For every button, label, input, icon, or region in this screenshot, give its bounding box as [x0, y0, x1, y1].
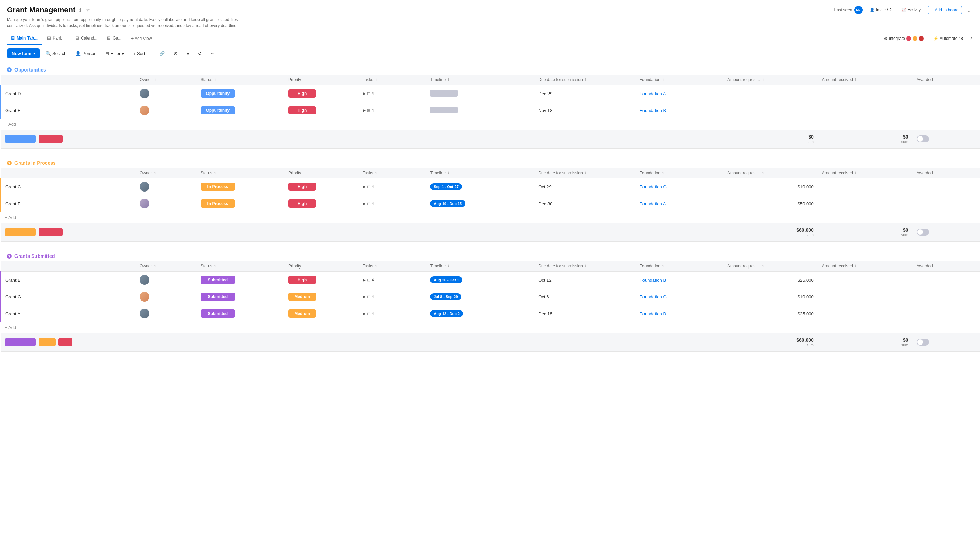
- user-avatar: NZ: [854, 6, 863, 14]
- link-tool-button[interactable]: 🔗: [156, 49, 168, 58]
- edit-tool-button[interactable]: ✏: [207, 49, 218, 58]
- filter-button[interactable]: ⊟ Filter ▾: [102, 49, 128, 58]
- grants-in-process-add-row[interactable]: + Add: [1, 212, 980, 223]
- grant-g-awarded: [913, 289, 980, 305]
- activity-button[interactable]: 📈 Activity: [899, 6, 924, 14]
- grant-f-label[interactable]: Grant F: [5, 201, 20, 206]
- grant-e-foundation[interactable]: Foundation B: [636, 102, 723, 119]
- list-tool-button[interactable]: ≡: [183, 49, 193, 58]
- summary-pill-red: [38, 135, 63, 143]
- grant-a-amountrec: [818, 305, 913, 322]
- grant-c-label[interactable]: Grant C: [5, 184, 21, 189]
- section-sep-1: [0, 149, 980, 156]
- grants-submitted-table-wrap: Owner ℹ Status ℹ Priority Tasks ℹ Timeli…: [0, 261, 980, 352]
- grants-submitted-add-label[interactable]: + Add: [1, 322, 196, 333]
- grant-a-timeline: Aug 12 - Dec 2: [426, 305, 534, 322]
- sort-button[interactable]: ↕ Sort: [130, 49, 148, 58]
- grant-c-status[interactable]: In Process: [196, 178, 284, 195]
- integrate-button[interactable]: ⊕ Integrate: [881, 35, 926, 42]
- new-item-chevron-icon: ▾: [33, 52, 35, 56]
- grants-submitted-status-pills: [1, 333, 284, 352]
- grant-f-foundation[interactable]: Foundation A: [636, 195, 723, 212]
- circle-tool-button[interactable]: ⊙: [170, 49, 181, 58]
- tab-main[interactable]: ⊞ Main Tab...: [7, 32, 41, 45]
- grant-d-label[interactable]: Grant D: [5, 91, 21, 96]
- grant-a-status[interactable]: Submitted: [196, 305, 284, 322]
- grant-e-priority[interactable]: High: [284, 102, 358, 119]
- tab-gantt[interactable]: ⊞ Ga...: [103, 32, 126, 45]
- integrate-icon-3: [919, 36, 924, 41]
- automate-button[interactable]: ⚡ Automate / 8: [931, 35, 966, 42]
- tab-calendar[interactable]: ⊞ Calend...: [71, 32, 102, 45]
- grant-c-avatar: [140, 182, 150, 192]
- add-to-board-button[interactable]: + Add to board: [928, 5, 962, 14]
- refresh-tool-button[interactable]: ↺: [194, 49, 205, 58]
- grant-b-status[interactable]: Submitted: [196, 271, 284, 289]
- col-name-header-s: [1, 261, 136, 271]
- grants-in-process-section: ▼ Grants In Process Owner ℹ Status ℹ Pri…: [0, 156, 980, 242]
- col-duedate-header-p: Due date for submission ℹ: [534, 168, 635, 178]
- grant-c-priority[interactable]: High: [284, 178, 358, 195]
- integrate-icon-1: [906, 36, 911, 41]
- tab-gantt-icon: ⊞: [107, 35, 111, 41]
- grant-b-foundation[interactable]: Foundation B: [636, 271, 723, 289]
- grant-d-duedate: Dec 29: [534, 85, 635, 102]
- summary-pill-blue: [5, 135, 36, 143]
- grants-in-process-toggle[interactable]: [917, 229, 929, 235]
- grant-d-priority[interactable]: High: [284, 85, 358, 102]
- grant-e-status[interactable]: Oppurtunity: [196, 102, 284, 119]
- grant-d-name: Grant D ⊕: [1, 85, 136, 102]
- grant-c-foundation[interactable]: Foundation C: [636, 178, 723, 195]
- opportunities-toggle[interactable]: [917, 135, 929, 142]
- grant-d-foundation[interactable]: Foundation A: [636, 85, 723, 102]
- opportunities-table: Owner ℹ Status ℹ Priority Tasks ℹ Timeli…: [0, 75, 980, 149]
- col-timeline-header-s: Timeline ℹ: [426, 261, 534, 271]
- grant-e-label[interactable]: Grant E: [5, 108, 21, 113]
- grant-g-foundation[interactable]: Foundation C: [636, 289, 723, 305]
- tab-kanban[interactable]: ⊞ Kanb...: [43, 32, 70, 45]
- table-row: Grant E ⊕ Oppurtunity High: [1, 102, 980, 119]
- grants-submitted-toggle[interactable]: [917, 339, 929, 346]
- grant-g-status[interactable]: Submitted: [196, 289, 284, 305]
- col-awarded-header-p: Awarded: [913, 168, 980, 178]
- grant-d-status[interactable]: Oppurtunity: [196, 85, 284, 102]
- grants-in-process-add-label[interactable]: + Add: [1, 212, 196, 223]
- col-awarded-header-s: Awarded: [913, 261, 980, 271]
- grant-c-owner: [135, 178, 196, 195]
- add-view-button[interactable]: + Add View: [127, 33, 156, 44]
- search-button[interactable]: 🔍 Search: [42, 49, 70, 58]
- grant-g-label[interactable]: Grant G: [5, 294, 21, 300]
- opportunities-add-label[interactable]: + Add: [1, 119, 196, 130]
- col-owner-header-s: Owner ℹ: [135, 261, 196, 271]
- grant-f-timeline: Aug 19 - Dec 15: [426, 195, 534, 212]
- invite-button[interactable]: 👤 Invite / 2: [867, 6, 894, 14]
- grants-submitted-add-row[interactable]: + Add: [1, 322, 980, 333]
- grant-g-priority[interactable]: Medium: [284, 289, 358, 305]
- grant-f-status[interactable]: In Process: [196, 195, 284, 212]
- person-button[interactable]: 👤 Person: [72, 49, 100, 58]
- collapse-button[interactable]: ∧: [970, 36, 973, 41]
- grant-a-foundation[interactable]: Foundation B: [636, 305, 723, 322]
- star-icon[interactable]: ☆: [85, 6, 92, 13]
- grant-b-awarded: [913, 271, 980, 289]
- col-owner-header-p: Owner ℹ: [135, 168, 196, 178]
- opportunities-table-wrap: Owner ℹ Status ℹ Priority Tasks ℹ Timeli…: [0, 75, 980, 149]
- opportunities-add-row[interactable]: + Add: [1, 119, 980, 130]
- grant-a-awarded: [913, 305, 980, 322]
- grant-b-label[interactable]: Grant B: [5, 278, 21, 283]
- top-header: Last seen NZ 👤 Invite / 2 📈 Activity + A…: [0, 0, 980, 32]
- grant-a-priority[interactable]: Medium: [284, 305, 358, 322]
- grant-b-owner: [135, 271, 196, 289]
- grant-c-tasks: ▶⊞4: [358, 178, 426, 195]
- grant-f-priority[interactable]: High: [284, 195, 358, 212]
- col-priority-header-s: Priority: [284, 261, 358, 271]
- grant-a-label[interactable]: Grant A: [5, 311, 20, 316]
- info-icon[interactable]: ℹ: [78, 6, 83, 13]
- sort-icon: ↕: [133, 51, 135, 56]
- grant-b-priority[interactable]: High: [284, 271, 358, 289]
- grants-submitted-header-row: Owner ℹ Status ℹ Priority Tasks ℹ Timeli…: [1, 261, 980, 271]
- grants-in-process-header: ▼ Grants In Process: [0, 156, 980, 168]
- grant-e-tasks: ▶⊞4: [358, 102, 426, 119]
- more-options-button[interactable]: ...: [966, 6, 973, 13]
- new-item-button[interactable]: New Item ▾: [7, 49, 40, 59]
